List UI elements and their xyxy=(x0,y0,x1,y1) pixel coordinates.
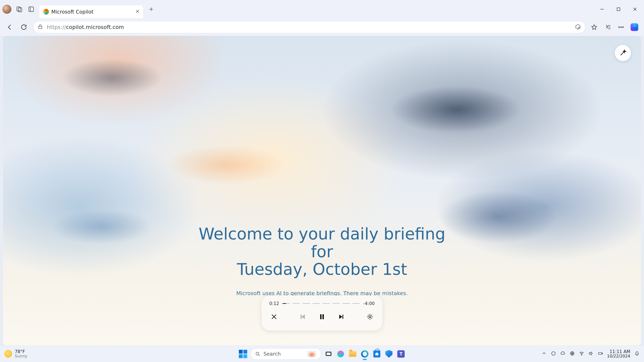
weather-temp: 78°F xyxy=(15,350,27,354)
elapsed-time: 0:12 xyxy=(269,301,279,306)
page-viewport: Welcome to your daily briefing for Tuesd… xyxy=(3,36,641,346)
svg-rect-39 xyxy=(602,353,602,354)
previous-button[interactable] xyxy=(298,312,308,322)
close-icon xyxy=(270,313,278,321)
battery-icon[interactable] xyxy=(598,351,603,357)
taskbar-clock[interactable]: 11:11 AM 10/22/2024 xyxy=(607,350,630,358)
background-art xyxy=(53,56,171,99)
search-placeholder: Search xyxy=(264,351,304,357)
svg-rect-25 xyxy=(320,314,322,319)
player-settings-button[interactable] xyxy=(365,312,375,322)
close-player-button[interactable] xyxy=(269,312,279,322)
shopping-icon[interactable] xyxy=(575,24,581,31)
svg-point-29 xyxy=(369,316,371,318)
magic-wand-icon xyxy=(619,49,627,57)
language-icon[interactable] xyxy=(570,351,575,357)
favorites-list-button[interactable] xyxy=(604,23,612,31)
svg-rect-38 xyxy=(598,353,602,355)
svg-marker-27 xyxy=(339,315,342,319)
svg-rect-9 xyxy=(617,8,620,11)
favorites-button[interactable] xyxy=(590,23,598,31)
notifications-button[interactable] xyxy=(634,351,640,357)
svg-rect-34 xyxy=(326,353,331,355)
browser-tab-strip: Microsoft Copilot xyxy=(0,0,644,18)
tab-actions-icon[interactable] xyxy=(28,5,35,13)
new-tab-button[interactable] xyxy=(148,5,155,13)
windows-taskbar: 78°F Sunny Search xyxy=(0,346,644,362)
close-tab-button[interactable] xyxy=(135,9,140,14)
remaining-time: -4:00 xyxy=(363,301,375,306)
microsoft-store-button[interactable] xyxy=(373,350,381,358)
minimize-button[interactable] xyxy=(599,6,606,12)
next-button[interactable] xyxy=(336,312,346,322)
address-bar[interactable]: https://copilot.microsoft.com xyxy=(33,21,585,33)
svg-rect-24 xyxy=(301,315,302,319)
sun-icon xyxy=(4,350,12,358)
skip-next-icon xyxy=(338,313,345,321)
svg-line-31 xyxy=(258,355,260,356)
url-text: https://copilot.microsoft.com xyxy=(47,24,571,30)
window-controls xyxy=(599,6,638,12)
tray-sync-icon[interactable] xyxy=(551,351,556,357)
taskbar-search[interactable]: Search xyxy=(250,349,321,360)
svg-point-36 xyxy=(581,355,582,355)
search-icon xyxy=(255,351,260,357)
svg-rect-26 xyxy=(322,314,324,319)
tray-chevron-button[interactable] xyxy=(541,351,547,357)
workspaces-icon[interactable] xyxy=(16,5,23,13)
pause-icon xyxy=(318,313,326,321)
back-button[interactable] xyxy=(6,23,14,31)
file-explorer-button[interactable] xyxy=(348,350,357,358)
weather-widget[interactable]: 78°F Sunny xyxy=(4,350,27,358)
maximize-button[interactable] xyxy=(615,6,622,12)
copilot-taskbar-button[interactable] xyxy=(336,350,345,358)
svg-point-18 xyxy=(619,27,620,27)
hero-section: Welcome to your daily briefing for Tuesd… xyxy=(3,225,641,297)
browser-toolbar: https://copilot.microsoft.com xyxy=(0,18,644,36)
customize-background-button[interactable] xyxy=(615,45,631,61)
svg-point-20 xyxy=(622,27,623,27)
svg-rect-2 xyxy=(29,7,34,11)
progress-track[interactable] xyxy=(282,303,360,304)
briefing-headline: Welcome to your daily briefing for Tuesd… xyxy=(188,225,456,278)
skip-previous-icon xyxy=(299,313,306,321)
profile-avatar[interactable] xyxy=(2,5,12,14)
svg-point-19 xyxy=(620,27,621,27)
background-art xyxy=(372,79,540,140)
browser-tab[interactable]: Microsoft Copilot xyxy=(39,5,143,18)
svg-rect-0 xyxy=(17,7,20,11)
wifi-icon[interactable] xyxy=(579,351,584,357)
svg-marker-14 xyxy=(592,25,597,29)
onedrive-icon[interactable] xyxy=(560,351,566,357)
tab-title: Microsoft Copilot xyxy=(51,9,133,15)
svg-marker-37 xyxy=(589,352,591,355)
site-info-icon[interactable] xyxy=(38,24,43,30)
gear-icon xyxy=(366,313,374,321)
svg-rect-1 xyxy=(18,8,22,12)
audio-player: 0:12 -4:00 xyxy=(262,296,382,331)
task-view-button[interactable] xyxy=(324,350,333,358)
search-highlight-icon xyxy=(307,351,316,357)
security-button[interactable] xyxy=(385,350,393,358)
background-art xyxy=(150,140,302,190)
teams-button[interactable] xyxy=(397,350,405,358)
copilot-favicon-icon xyxy=(43,9,49,14)
close-window-button[interactable] xyxy=(632,6,638,12)
svg-rect-12 xyxy=(38,26,42,29)
svg-rect-28 xyxy=(342,315,343,319)
start-button[interactable] xyxy=(239,350,247,358)
refresh-button[interactable] xyxy=(20,23,28,31)
volume-icon[interactable] xyxy=(588,351,594,357)
svg-marker-23 xyxy=(302,315,305,319)
copilot-sidebar-button[interactable] xyxy=(630,23,638,31)
pause-button[interactable] xyxy=(317,312,327,322)
weather-condition: Sunny xyxy=(15,354,27,358)
edge-button[interactable] xyxy=(360,350,369,358)
settings-more-button[interactable] xyxy=(617,23,625,31)
